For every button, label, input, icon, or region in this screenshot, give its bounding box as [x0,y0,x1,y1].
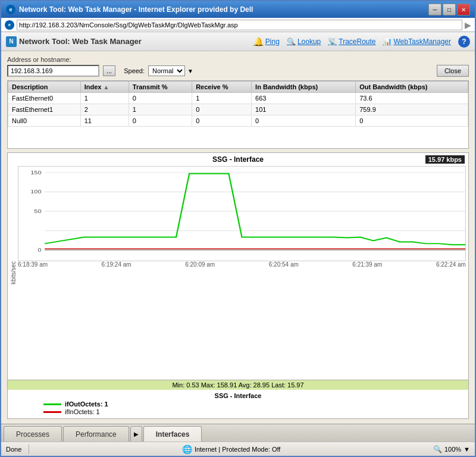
col-in-bandwidth[interactable]: In Bandwidth (kbps) [252,82,356,93]
x-label-0: 6:18:39 am [18,261,48,268]
lookup-label: Lookup [298,37,321,46]
tab-arrow[interactable]: ▶ [130,426,142,442]
legend-label-in: ifInOctets: 1 [65,408,100,415]
interface-table: Description Index ▲ Transmit % Receive %… [8,81,468,127]
status-bar: Done 🌐 Internet | Protected Mode: Off 🔍 … [1,442,475,456]
internet-icon: 🌐 [182,445,192,454]
zoom-icon: 🔍 [433,445,442,453]
address-label: Address or hostname: [7,56,469,63]
chart-svg-area: kbits/sec 150 100 50 0 [8,166,468,380]
legend-title: SSG - Interface [43,392,433,399]
ping-nav-item[interactable]: 🔔 Ping [253,37,280,46]
svg-text:0: 0 [38,247,42,253]
y-axis-label: kbits/sec [10,261,17,284]
table-row: FastEthernet1210101759.9 [8,104,468,115]
col-index[interactable]: Index ▲ [80,82,129,93]
app-title-label: Network Tool: Web Task Manager [19,37,142,46]
x-axis-labels: 6:18:39 am 6:19:24 am 6:20:09 am 6:20:54… [18,261,466,268]
zoom-dropdown-button[interactable]: ▼ [464,446,470,453]
x-label-4: 6:21:39 am [352,261,382,268]
x-label-1: 6:19:24 am [102,261,131,268]
chart-legend: SSG - Interface ifOutOctets: 1 ifInOctet… [8,390,468,418]
webtaskmanager-nav-item[interactable]: 📊 WebTaskManager [383,37,452,46]
status-separator [29,445,29,454]
legend-color-out [43,403,61,405]
address-form: Address or hostname: ... Speed: Slow Nor… [7,56,469,77]
close-button[interactable]: Close [437,65,469,77]
network-tool-icon: N [6,36,17,47]
svg-text:50: 50 [34,208,41,214]
status-zoom: 🔍 100% ▼ [433,445,470,453]
internet-label: Internet | Protected Mode: Off [195,446,281,453]
chart-container: SSG - Interface 15.97 kbps kbits/sec [7,152,469,419]
zoom-level: 100% [444,446,461,453]
x-label-5: 6:22:24 am [436,261,466,268]
table-row: Null0110000 [8,115,468,127]
x-label-3: 6:20:54 am [269,261,299,268]
col-description[interactable]: Description [8,82,81,93]
tabs-bar: Processes Performance ▶ Interfaces [1,424,475,442]
minimize-button[interactable]: ─ [428,4,441,15]
title-bar: e Network Tool: Web Task Manager - Inter… [1,1,475,18]
chart-title: SSG - Interface [212,155,264,164]
status-done: Done [6,446,21,453]
interface-table-wrap: Description Index ▲ Transmit % Receive %… [7,80,469,149]
maximize-button[interactable]: □ [443,4,456,15]
traceroute-nav-item[interactable]: 📡 TraceRoute [328,37,375,46]
window-controls: ─ □ ✕ [428,4,470,15]
speed-label: Speed: [124,67,145,74]
app-icon: e [6,5,15,14]
legend-label-out: ifOutOctets: 1 [65,400,108,408]
col-transmit[interactable]: Transmit % [129,82,192,93]
window-title: Network Tool: Web Task Manager - Interne… [19,5,253,14]
legend-item-in: ifInOctets: 1 [43,408,433,415]
webtaskmanager-icon: 📊 [383,37,392,46]
browser-icon: e [5,20,14,30]
lookup-icon: 🔍 [287,37,296,46]
lookup-nav-item[interactable]: 🔍 Lookup [287,37,321,46]
browse-button[interactable]: ... [103,65,115,76]
close-window-button[interactable]: ✕ [457,4,470,15]
col-out-bandwidth[interactable]: Out Bandwidth (kbps) [356,82,468,93]
browser-address-bar: e ▶ [1,18,475,32]
traceroute-icon: 📡 [328,37,337,46]
ping-label: Ping [265,37,280,46]
app-toolbar: N Network Tool: Web Task Manager 🔔 Ping … [1,32,475,51]
table-row: FastEthernet010166373.6 [8,93,468,104]
svg-text:150: 150 [30,169,42,175]
tab-interfaces[interactable]: Interfaces [143,426,202,442]
svg-text:100: 100 [30,189,42,195]
webtaskmanager-label: WebTaskManager [394,37,452,46]
chart-current-value: 15.97 kbps [425,155,465,164]
speed-dropdown-icon: ▼ [187,68,193,74]
x-label-2: 6:20:09 am [185,261,215,268]
toolbar-nav: 🔔 Ping 🔍 Lookup 📡 TraceRoute 📊 WebTaskMa… [253,36,470,48]
status-internet: 🌐 Internet | Protected Mode: Off [36,445,426,454]
col-receive[interactable]: Receive % [192,82,252,93]
help-button[interactable]: ? [458,36,470,48]
main-content: Address or hostname: ... Speed: Slow Nor… [1,51,475,424]
chart-header: SSG - Interface 15.97 kbps [8,153,468,166]
ping-icon: 🔔 [253,37,264,46]
tab-performance[interactable]: Performance [63,426,129,442]
host-input[interactable] [7,65,99,77]
legend-item-out: ifOutOctets: 1 [43,400,433,408]
app-title-group: N Network Tool: Web Task Manager [6,36,142,47]
address-go-icon: ▶ [465,20,471,30]
url-input[interactable] [17,20,462,30]
legend-color-in [43,411,61,413]
speed-select[interactable]: Slow Normal Fast [148,65,185,76]
chart-svg: 150 100 50 0 [18,166,466,261]
traceroute-label: TraceRoute [339,37,375,46]
chart-stats: Min: 0.53 Max: 158.91 Avg: 28.95 Last: 1… [8,380,468,390]
tab-processes[interactable]: Processes [4,426,62,442]
